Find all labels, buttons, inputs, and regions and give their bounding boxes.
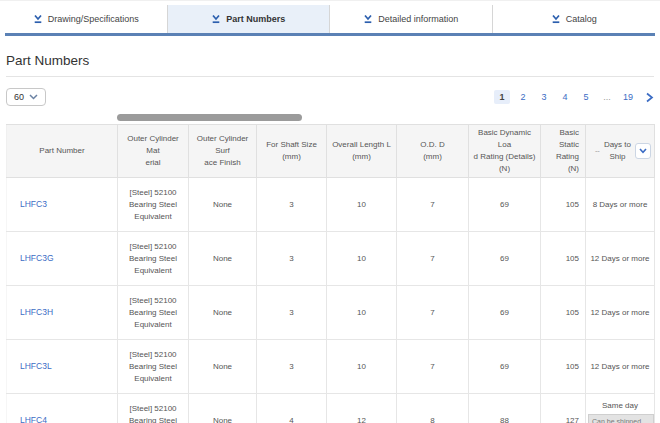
col-overall-length: Overall Length L (mm) bbox=[327, 125, 397, 178]
days-to-ship-cell: 12 Days or more bbox=[586, 340, 655, 394]
part-number-link[interactable]: LHFC3H bbox=[20, 307, 53, 317]
table-row: LHFC3G [Steel] 52100 Bearing Steel Equiv… bbox=[7, 232, 655, 286]
material-cell: [Steel] 52100 Bearing Steel Equivalent bbox=[118, 340, 189, 394]
shaft-size-cell: 3 bbox=[257, 178, 327, 232]
col-od: O.D. D (mm) bbox=[397, 125, 469, 178]
surface-finish-cell: None bbox=[189, 394, 257, 423]
od-cell: 7 bbox=[397, 340, 469, 394]
static-rating-cell: 105 bbox=[541, 232, 586, 286]
od-cell: 7 bbox=[397, 232, 469, 286]
surface-finish-cell: None bbox=[189, 286, 257, 340]
overall-length-cell: 10 bbox=[327, 286, 397, 340]
dynamic-rating-cell: 88 bbox=[469, 394, 541, 423]
overall-length-cell: 10 bbox=[327, 178, 397, 232]
overall-length-cell: 10 bbox=[327, 340, 397, 394]
part-number-link[interactable]: LHFC3G bbox=[20, 253, 54, 263]
days-to-ship-cell: 12 Days or more bbox=[586, 232, 655, 286]
table-header-row: Part Number Outer Cylinder Mat erial Out… bbox=[7, 125, 655, 178]
per-page-select[interactable]: 60 bbox=[6, 88, 46, 106]
table-row: LHFC3H [Steel] 52100 Bearing Steel Equiv… bbox=[7, 286, 655, 340]
tab-label: Drawing/Specifications bbox=[48, 14, 139, 24]
days-to-ship-cell: 8 Days or more bbox=[586, 178, 655, 232]
col-basic-static-rating: Basic Static Rating (N) bbox=[541, 125, 586, 178]
shaft-size-cell: 3 bbox=[257, 340, 327, 394]
col-outer-cylinder-material: Outer Cylinder Mat erial bbox=[118, 125, 189, 178]
scrollbar-thumb[interactable] bbox=[117, 114, 302, 121]
scroll-down-icon bbox=[211, 14, 221, 24]
page-button-3[interactable]: 3 bbox=[536, 90, 552, 104]
table-controls: 60 1 2 3 4 5 ... 19 bbox=[6, 86, 654, 108]
pagination-ellipsis: ... bbox=[599, 90, 615, 104]
material-cell: [Steel] 52100 Bearing Steel Equivalent bbox=[118, 286, 189, 340]
title-divider bbox=[6, 76, 654, 77]
tab-bar: Drawing/Specifications Part Numbers Deta… bbox=[5, 5, 655, 36]
scroll-down-icon bbox=[551, 14, 561, 24]
page-button-2[interactable]: 2 bbox=[515, 90, 531, 104]
tab-label: Detailed information bbox=[378, 14, 458, 24]
overall-length-cell: 10 bbox=[327, 232, 397, 286]
col-outer-cylinder-surface-finish: Outer Cylinder Surf ace Finish bbox=[189, 125, 257, 178]
page-button-1[interactable]: 1 bbox=[494, 90, 510, 104]
scroll-down-icon bbox=[363, 14, 373, 24]
part-number-link[interactable]: LHFC3 bbox=[20, 199, 47, 209]
dynamic-rating-cell: 69 bbox=[469, 340, 541, 394]
horizontal-scrollbar[interactable] bbox=[6, 114, 654, 121]
static-rating-cell: 105 bbox=[541, 178, 586, 232]
page-button-19[interactable]: 19 bbox=[620, 90, 636, 104]
page-title: Part Numbers bbox=[6, 53, 654, 68]
tab-drawing-specifications[interactable]: Drawing/Specifications bbox=[5, 5, 168, 33]
col-part-number: Part Number bbox=[7, 125, 118, 178]
surface-finish-cell: None bbox=[189, 232, 257, 286]
days-to-ship-filter-button[interactable] bbox=[635, 143, 651, 159]
same-day-note: Can be shipped on the same day bbox=[588, 414, 654, 423]
pagination: 1 2 3 4 5 ... 19 bbox=[494, 90, 654, 104]
table-row: LHFC4 [Steel] 52100 Bearing Steel Equiva… bbox=[7, 394, 655, 423]
material-cell: [Steel] 52100 Bearing Steel Equivalent bbox=[118, 394, 189, 423]
material-cell: [Steel] 52100 Bearing Steel Equivalent bbox=[118, 232, 189, 286]
shaft-size-cell: 3 bbox=[257, 232, 327, 286]
tab-catalog[interactable]: Catalog bbox=[493, 5, 656, 33]
tab-part-numbers[interactable]: Part Numbers bbox=[168, 5, 331, 33]
od-cell: 7 bbox=[397, 286, 469, 340]
per-page-value: 60 bbox=[14, 92, 24, 102]
col-for-shaft-size: For Shaft Size (mm) bbox=[257, 125, 327, 178]
dynamic-rating-cell: 69 bbox=[469, 232, 541, 286]
surface-finish-cell: None bbox=[189, 178, 257, 232]
next-page-button[interactable] bbox=[645, 92, 654, 103]
part-numbers-table: Part Number Outer Cylinder Mat erial Out… bbox=[6, 124, 655, 423]
days-to-ship-cell: Same day Can be shipped on the same day bbox=[586, 394, 655, 423]
tab-label: Part Numbers bbox=[226, 14, 285, 24]
overall-length-cell: 12 bbox=[327, 394, 397, 423]
days-to-ship-label: Days to Ship bbox=[604, 139, 631, 163]
dynamic-rating-cell: 69 bbox=[469, 178, 541, 232]
static-rating-cell: 105 bbox=[541, 286, 586, 340]
days-to-ship-cell: 12 Days or more bbox=[586, 286, 655, 340]
part-number-link[interactable]: LHFC3L bbox=[20, 361, 52, 371]
tab-label: Catalog bbox=[566, 14, 597, 24]
chevron-down-icon bbox=[29, 94, 38, 100]
table-row: LHFC3 [Steel] 52100 Bearing Steel Equiva… bbox=[7, 178, 655, 232]
scroll-down-icon bbox=[33, 14, 43, 24]
static-rating-cell: 127 bbox=[541, 394, 586, 423]
tab-detailed-information[interactable]: Detailed information bbox=[330, 5, 493, 33]
top-divider bbox=[0, 0, 660, 1]
page-button-4[interactable]: 4 bbox=[557, 90, 573, 104]
surface-finish-cell: None bbox=[189, 340, 257, 394]
days-to-ship-value: Same day bbox=[588, 400, 652, 412]
shaft-size-cell: 4 bbox=[257, 394, 327, 423]
od-cell: 7 bbox=[397, 178, 469, 232]
col-days-to-ship: -- Days to Ship bbox=[586, 125, 655, 178]
od-cell: 8 bbox=[397, 394, 469, 423]
dynamic-rating-cell: 69 bbox=[469, 286, 541, 340]
col-basic-dynamic-load-rating: Basic Dynamic Loa d Rating (Details) (N) bbox=[469, 125, 541, 178]
column-overflow-dash: -- bbox=[595, 145, 600, 156]
static-rating-cell: 105 bbox=[541, 340, 586, 394]
shaft-size-cell: 3 bbox=[257, 286, 327, 340]
material-cell: [Steel] 52100 Bearing Steel Equivalent bbox=[118, 178, 189, 232]
table-row: LHFC3L [Steel] 52100 Bearing Steel Equiv… bbox=[7, 340, 655, 394]
page-button-5[interactable]: 5 bbox=[578, 90, 594, 104]
part-number-link[interactable]: LHFC4 bbox=[20, 415, 47, 423]
